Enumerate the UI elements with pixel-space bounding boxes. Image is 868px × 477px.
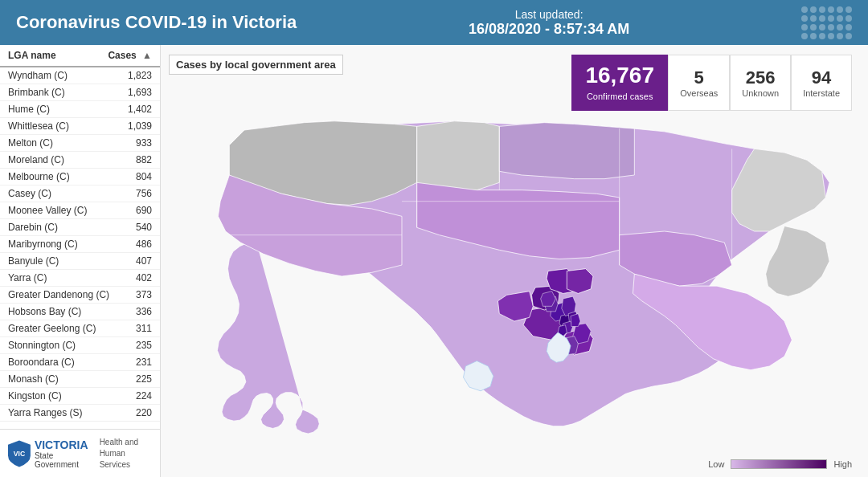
lga-cases: 311	[120, 323, 152, 334]
legend-high-label: High	[833, 459, 852, 469]
lga-cases: 402	[120, 272, 152, 283]
lga-name: Hobsons Bay (C)	[8, 306, 120, 317]
table-row[interactable]: Stonnington (C) 235	[0, 337, 160, 354]
left-panel: LGA name Cases ▲ Wyndham (C) 1,823 Brimb…	[0, 45, 161, 477]
overseas-stat-box: 5 Overseas	[668, 55, 730, 111]
col-lga-header: LGA name	[8, 50, 56, 61]
table-row[interactable]: Yarra (C) 402	[0, 270, 160, 287]
unknown-label: Unknown	[742, 88, 779, 98]
lga-name: Casey (C)	[8, 188, 120, 199]
table-row[interactable]: Casey (C) 756	[0, 186, 160, 202]
lga-cases: 540	[120, 222, 152, 233]
table-row[interactable]: Monash (C) 225	[0, 371, 160, 388]
lga-name: Kingston (C)	[8, 390, 120, 402]
table-row[interactable]: Greater Geelong (C) 311	[0, 320, 160, 337]
lga-cases: 407	[120, 255, 152, 267]
table-header: LGA name Cases ▲	[0, 45, 160, 67]
lga-name: Greater Geelong (C)	[8, 323, 120, 334]
lga-cases: 690	[120, 205, 152, 216]
table-row[interactable]: Wyndham (C) 1,823	[0, 67, 160, 84]
sort-arrow-icon: ▲	[142, 50, 152, 61]
map-container	[161, 85, 868, 445]
lga-cases: 1,693	[120, 87, 152, 98]
svg-text:VIC: VIC	[14, 449, 26, 457]
lga-name: Wyndham (C)	[8, 70, 120, 81]
main-content: LGA name Cases ▲ Wyndham (C) 1,823 Brimb…	[0, 45, 868, 477]
lga-name: Stonnington (C)	[8, 340, 120, 351]
table-row[interactable]: Darebin (C) 540	[0, 219, 160, 236]
dots-decoration	[801, 6, 852, 39]
vic-name: VICTORIA	[35, 438, 92, 451]
footer: VIC VICTORIA State Government Health and…	[0, 429, 160, 477]
lga-cases: 1,039	[120, 120, 152, 132]
lga-name: Melton (C)	[8, 137, 120, 149]
table-row[interactable]: Whittlesea (C) 1,039	[0, 118, 160, 135]
lga-cases: 804	[120, 171, 152, 182]
lga-name: Moreland (C)	[8, 154, 120, 165]
timestamp: 16/08/2020 - 8:57:34 AM	[469, 21, 629, 38]
victoria-map	[161, 85, 868, 445]
lga-name: Brimbank (C)	[8, 87, 120, 98]
lga-cases: 336	[120, 306, 152, 317]
lga-cases: 225	[120, 373, 152, 385]
page-title: Coronavirus COVID-19 in Victoria	[16, 12, 297, 33]
lga-cases: 756	[120, 188, 152, 199]
lga-name: Boroondara (C)	[8, 357, 120, 368]
table-row[interactable]: Boroondara (C) 231	[0, 354, 160, 371]
last-updated-label: Last updated:	[515, 8, 583, 21]
table-row[interactable]: Melbourne (C) 804	[0, 169, 160, 186]
lga-name: Banyule (C)	[8, 255, 120, 267]
victoria-logo: VIC VICTORIA State Government	[8, 438, 92, 469]
overseas-label: Overseas	[680, 88, 718, 98]
table-row[interactable]: Brimbank (C) 1,693	[0, 84, 160, 101]
unknown-stat-box: 256 Unknown	[730, 55, 791, 111]
table-row[interactable]: Melton (C) 933	[0, 135, 160, 152]
legend-gradient	[731, 459, 827, 469]
lga-name: Melbourne (C)	[8, 171, 120, 182]
lga-cases: 220	[120, 407, 152, 418]
vic-sub: State Government	[35, 451, 79, 469]
legend-low-label: Low	[708, 459, 724, 469]
table-row[interactable]: Hobsons Bay (C) 336	[0, 304, 160, 320]
lga-cases: 486	[120, 238, 152, 250]
lga-name: Darebin (C)	[8, 222, 120, 233]
lga-name: Greater Dandenong (C)	[8, 289, 120, 300]
overseas-number: 5	[680, 67, 718, 88]
table-row[interactable]: Kingston (C) 224	[0, 388, 160, 405]
col-cases-header: Cases ▲	[108, 50, 152, 61]
map-legend: Low High	[708, 459, 852, 469]
lga-cases: 933	[120, 137, 152, 149]
confirmed-cases-number: 16,767	[584, 63, 655, 88]
lga-cases: 1,402	[120, 104, 152, 115]
table-row[interactable]: Yarra Ranges (S) 220	[0, 405, 160, 422]
last-updated-section: Last updated: 16/08/2020 - 8:57:34 AM	[469, 8, 629, 38]
confirmed-cases-box: 16,767 Confirmed cases	[571, 55, 668, 111]
interstate-number: 94	[803, 67, 840, 88]
lga-cases: 224	[120, 390, 152, 402]
table-row[interactable]: Moreland (C) 882	[0, 152, 160, 169]
lga-cases: 235	[120, 340, 152, 351]
table-row[interactable]: Banyule (C) 407	[0, 253, 160, 270]
vic-text: VICTORIA State Government	[35, 438, 92, 469]
table-row[interactable]: Moonee Valley (C) 690	[0, 202, 160, 219]
lga-cases: 882	[120, 154, 152, 165]
table-row[interactable]: Hume (C) 1,402	[0, 101, 160, 118]
interstate-stat-box: 94 Interstate	[791, 55, 852, 111]
map-title: Cases by local government area	[169, 55, 343, 75]
interstate-label: Interstate	[803, 88, 840, 98]
table-row[interactable]: Maribyrnong (C) 486	[0, 236, 160, 253]
lga-name: Moonee Valley (C)	[8, 205, 120, 216]
lga-name: Yarra (C)	[8, 272, 120, 283]
unknown-number: 256	[742, 67, 779, 88]
lga-name: Whittlesea (C)	[8, 120, 120, 132]
vic-shield-icon: VIC	[8, 438, 31, 469]
stats-bar: 16,767 Confirmed cases 5 Overseas 256 Un…	[571, 55, 852, 111]
header: Coronavirus COVID-19 in Victoria Last up…	[0, 0, 868, 45]
lga-cases: 373	[120, 289, 152, 300]
lga-name: Yarra Ranges (S)	[8, 407, 120, 418]
table-row[interactable]: Greater Dandenong (C) 373	[0, 287, 160, 304]
lga-name: Maribyrnong (C)	[8, 238, 120, 250]
lga-name: Hume (C)	[8, 104, 120, 115]
health-services-text: Health and Human Services	[100, 437, 152, 471]
table-body[interactable]: Wyndham (C) 1,823 Brimbank (C) 1,693 Hum…	[0, 67, 160, 429]
